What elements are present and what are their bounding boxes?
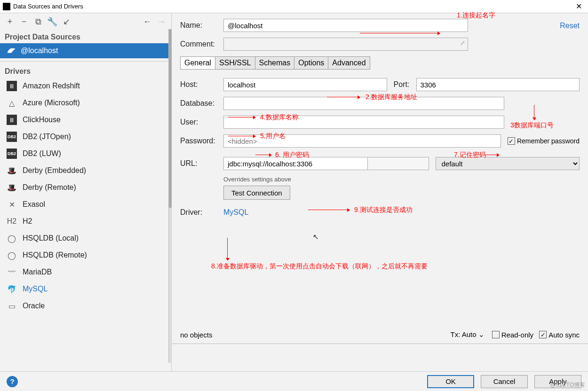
autosync-checkbox[interactable]	[539, 331, 547, 338]
database-label: Database:	[180, 99, 223, 108]
cancel-button[interactable]: Cancel	[481, 375, 528, 388]
driver-icon: ✕	[7, 199, 17, 210]
titlebar: Data Sources and Drivers ✕	[0, 0, 588, 13]
tab-general[interactable]: General	[181, 57, 215, 69]
driver-icon: 🐬	[7, 284, 17, 294]
driver-label: Driver:	[180, 208, 223, 217]
user-label: User:	[180, 118, 223, 126]
driver-item-azure-microsoft-[interactable]: △Azure (Microsoft)	[0, 94, 171, 111]
driver-item-amazon-redshift[interactable]: |||Amazon Redshift	[0, 78, 171, 94]
url-mode-select[interactable]: default	[436, 157, 580, 170]
help-button[interactable]: ?	[7, 376, 18, 387]
forward-button[interactable]: →	[155, 16, 167, 28]
sidebar-toolbar: + − ⧉ 🔧 ↙ ← →	[0, 13, 171, 30]
ok-button[interactable]: OK	[427, 375, 474, 388]
driver-item-derby-remote-[interactable]: 🎩Derby (Remote)	[0, 179, 171, 196]
driver-icon: DB2	[7, 132, 17, 142]
url-extra	[368, 157, 429, 170]
url-input[interactable]	[223, 157, 368, 170]
back-button[interactable]: ←	[141, 16, 153, 28]
driver-label: H2	[23, 217, 32, 226]
driver-label: Derby (Remote)	[23, 183, 76, 192]
close-button[interactable]: ✕	[569, 2, 588, 11]
test-connection-button[interactable]: Test Connection	[223, 186, 290, 200]
driver-item-h2[interactable]: H2H2	[0, 213, 171, 230]
no-objects-label: no objects	[180, 331, 212, 339]
tabs: GeneralSSH/SSLSchemasOptionsAdvanced	[180, 56, 370, 70]
password-input[interactable]	[223, 134, 501, 148]
driver-item-hsqldb-local-[interactable]: ◯HSQLDB (Local)	[0, 230, 171, 247]
copy-button[interactable]: ⧉	[32, 16, 44, 28]
watermark: @51CTO博客	[550, 381, 585, 389]
import-button[interactable]: ↙	[60, 16, 72, 28]
driver-icon: ◯	[7, 233, 17, 243]
remember-password-label: Remember password	[517, 137, 580, 145]
settings-button[interactable]: 🔧	[46, 16, 58, 28]
user-input[interactable]	[223, 116, 504, 129]
annotation-8: 8.准备数据库驱动，第一次使用点击自动会下载（联网），之后就不再需要	[211, 262, 428, 271]
host-label: Host:	[180, 80, 223, 89]
tab-options[interactable]: Options	[294, 57, 328, 69]
datasource-item-localhost[interactable]: @localhost	[0, 43, 171, 58]
port-input[interactable]	[416, 78, 580, 91]
project-datasources-header: Project Data Sources	[0, 30, 171, 43]
driver-label: MariaDB	[23, 268, 52, 276]
driver-icon: △	[7, 98, 17, 108]
driver-label: DB2 (LUW)	[23, 149, 61, 158]
comment-label: Comment:	[180, 40, 223, 48]
expand-icon[interactable]: ⤢	[460, 39, 465, 47]
remember-password-checkbox[interactable]	[508, 137, 515, 145]
name-input[interactable]	[223, 19, 468, 32]
driver-item-db2-luw-[interactable]: DB2DB2 (LUW)	[0, 145, 171, 162]
driver-label: ClickHouse	[23, 116, 61, 124]
driver-icon: ▭	[7, 301, 17, 311]
driver-item-mariadb[interactable]: 〰MariaDB	[0, 264, 171, 281]
driver-label: MySQL	[23, 285, 48, 293]
dolphin-icon	[7, 46, 16, 55]
driver-item-clickhouse[interactable]: |||ClickHouse	[0, 111, 171, 128]
driver-label: Azure (Microsoft)	[23, 99, 80, 107]
remove-button[interactable]: −	[18, 16, 30, 28]
add-button[interactable]: +	[4, 16, 16, 28]
driver-link[interactable]: MySQL	[223, 208, 248, 217]
tx-dropdown[interactable]: Tx: Auto ⌄	[451, 330, 485, 339]
tab-advanced[interactable]: Advanced	[328, 57, 369, 69]
driver-item-mysql[interactable]: 🐬MySQL	[0, 281, 171, 297]
driver-item-exasol[interactable]: ✕Exasol	[0, 196, 171, 213]
reset-link[interactable]: Reset	[560, 22, 580, 30]
drivers-list: |||Amazon Redshift△Azure (Microsoft)|||C…	[0, 78, 171, 371]
comment-input[interactable]	[223, 38, 468, 51]
driver-label: Exasol	[23, 200, 45, 209]
dialog-button-bar: ? OK Cancel Apply	[0, 371, 588, 391]
password-label: Password:	[180, 137, 223, 145]
driver-icon: 🎩	[7, 165, 17, 176]
port-label: Port:	[394, 80, 416, 89]
url-label: URL:	[180, 159, 223, 168]
driver-icon: ◯	[7, 250, 17, 260]
name-label: Name:	[180, 21, 223, 30]
host-input[interactable]	[223, 78, 387, 91]
autosync-label: Auto sync	[548, 331, 580, 339]
datasource-label: @localhost	[21, 47, 58, 55]
driver-item-derby-embedded-[interactable]: 🎩Derby (Embedded)	[0, 162, 171, 179]
driver-label: DB2 (JTOpen)	[23, 133, 71, 141]
database-input[interactable]	[223, 97, 504, 110]
sidebar: + − ⧉ 🔧 ↙ ← → Project Data Sources @loca…	[0, 13, 172, 371]
tab-schemas[interactable]: Schemas	[255, 57, 295, 69]
driver-item-db2-jtopen-[interactable]: DB2DB2 (JTOpen)	[0, 128, 171, 145]
driver-item-oracle[interactable]: ▭Oracle	[0, 297, 171, 314]
driver-icon: 🎩	[7, 182, 17, 193]
driver-label: Amazon Redshift	[23, 82, 80, 90]
driver-label: Derby (Embedded)	[23, 166, 86, 175]
driver-icon: |||	[7, 81, 17, 91]
driver-item-hsqldb-remote-[interactable]: ◯HSQLDB (Remote)	[0, 247, 171, 264]
readonly-label: Read-only	[501, 331, 533, 339]
driver-label: HSQLDB (Local)	[23, 234, 79, 242]
sidebar-scrollbar[interactable]	[168, 29, 171, 363]
driver-icon: |||	[7, 115, 17, 125]
tab-ssh-ssl[interactable]: SSH/SSL	[215, 57, 255, 69]
driver-label: Oracle	[23, 302, 45, 310]
readonly-checkbox[interactable]	[492, 331, 500, 338]
drivers-header: Drivers	[0, 64, 171, 78]
driver-icon: DB2	[7, 149, 17, 159]
